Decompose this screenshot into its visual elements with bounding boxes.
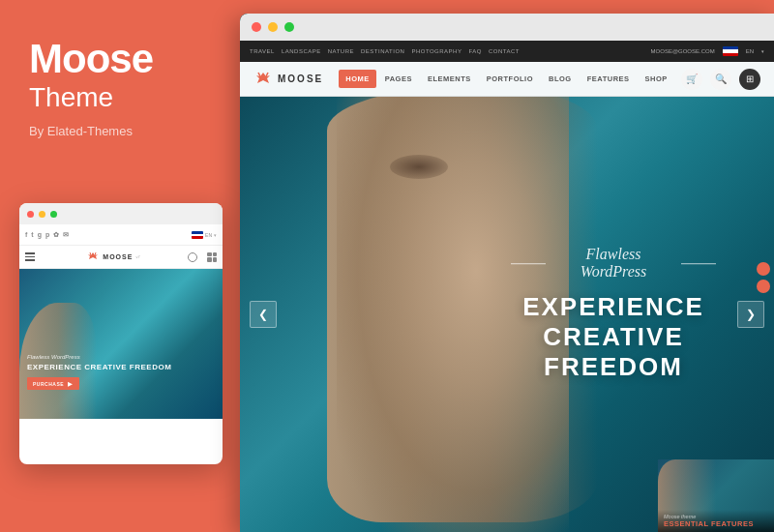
mini-experience-text: EXPERIENCE CREATIVE FREEDOM [27,363,215,372]
hero-accent-dot-top [757,262,770,276]
topnav-lang: EN [746,48,754,54]
left-chevron-icon: ❮ [258,308,268,321]
main-moose-logo-icon [253,70,273,89]
nav-shop[interactable]: SHOP [639,70,674,88]
mini-title-bar [19,203,223,224]
nav-elements[interactable]: ELEMENTS [421,70,478,88]
main-topnav-right: MOOSE@GOOSE.COM EN ▾ [651,46,764,56]
mini-hero: Flawless WordPress EXPERIENCE CREATIVE F… [19,269,223,419]
main-nav-logo-text: MOOSE [278,74,323,84]
main-maximize-dot [284,22,294,32]
mini-flag-lang: EN ▾ [192,231,217,239]
mini-minimize-dot [39,211,45,218]
mini-google-icon: g [38,231,42,238]
essential-features-text: ESSENTIAL FEATURES [664,519,768,528]
mini-lang-chevron: ▾ [214,232,217,238]
mini-preview-window: f t g p ✿ ✉ EN ▾ [19,203,223,464]
mini-logo-text: MOOSE [103,253,133,260]
main-hero: ❮ ❯ Flawless WordPress EXPERIENCE CREATI… [240,97,774,532]
mini-logo-version: v7 [135,254,139,259]
hero-left-arrow[interactable]: ❮ [250,301,277,328]
main-nav-links: HOME PAGES ELEMENTS PORTFOLIO BLOG FEATU… [339,70,675,88]
mini-pinterest-icon: p [45,231,49,238]
nav-portfolio[interactable]: PORTFOLIO [480,70,540,88]
mini-close-dot [27,211,34,218]
main-nav-grid-icon[interactable]: ⊞ [739,69,760,90]
mini-grid-icon[interactable] [207,252,217,262]
nav-features[interactable]: FEATURES [580,70,637,88]
topnav-nature[interactable]: NATURE [328,48,354,54]
mini-arrow-icon: ▶ [68,380,74,387]
hero-right-arrow[interactable]: ❯ [737,301,764,328]
left-panel: Moose Theme By Elated-Themes f t g p ✿ ✉… [0,0,240,532]
main-preview-window: TRAVEL LANDSCAPE NATURE DESTINATION PHOT… [240,14,774,532]
main-experience-text: EXPERIENCE CREATIVE FREEDOM [511,292,716,383]
nav-home[interactable]: HOME [339,70,376,88]
mini-email-icon: ✉ [63,231,69,239]
mini-flawless-text: Flawless WordPress [27,354,215,360]
main-nav-right: 🛒 🔍 ⊞ [681,69,760,90]
main-close-dot [252,22,261,32]
topnav-landscape[interactable]: LANDSCAPE [282,48,321,54]
mini-social-row: f t g p ✿ ✉ [25,231,69,239]
mini-lang-label: EN [205,232,212,238]
essential-features-card: Moose theme ESSENTIAL FEATURES [658,459,774,532]
main-flawless-text: Flawless WordPress [557,246,670,281]
main-eye-shadow [390,155,448,179]
mini-moose-logo-icon [86,251,100,264]
mini-topbar: f t g p ✿ ✉ EN ▾ [19,224,223,246]
essential-card-overlay: Moose theme ESSENTIAL FEATURES [658,510,774,532]
mini-hero-text: Flawless WordPress EXPERIENCE CREATIVE F… [27,354,215,390]
topnav-photography[interactable]: PHOTOGRAPHY [411,48,461,54]
topnav-flag [723,46,738,56]
svg-line-0 [90,252,91,255]
svg-line-3 [266,73,268,76]
brand-subtitle: Theme [29,81,211,114]
svg-line-2 [258,73,260,76]
main-hero-content: Flawless WordPress EXPERIENCE CREATIVE F… [511,246,716,383]
main-minimize-dot [268,22,278,32]
mini-search-icon[interactable] [188,252,197,262]
main-title-bar [240,14,774,41]
topnav-email: MOOSE@GOOSE.COM [651,48,715,54]
topnav-destination[interactable]: DESTINATION [361,48,404,54]
topnav-lang-chevron: ▾ [761,48,764,54]
main-left-dash [511,263,546,264]
mini-navbar: MOOSE v7 [19,246,223,269]
mini-purchase-label: PURCHASE [33,381,64,387]
nav-blog[interactable]: BLOG [542,70,579,88]
topnav-contact[interactable]: CONTACT [489,48,520,54]
mini-flag-image [192,231,203,239]
main-top-navbar: TRAVEL LANDSCAPE NATURE DESTINATION PHOT… [240,41,774,62]
mini-instagram-icon: ✿ [53,231,59,239]
brand-title: Moose [29,39,211,79]
brand-by: By Elated-Themes [29,124,211,138]
main-flawless-line: Flawless WordPress [511,246,716,281]
mini-hamburger-icon[interactable] [25,252,35,261]
hero-accent-dot-bottom [757,280,770,293]
mini-purchase-button[interactable]: PURCHASE ▶ [27,377,79,390]
topnav-faq[interactable]: FAQ [468,48,482,54]
mini-logo-area: MOOSE v7 [42,251,185,264]
right-chevron-icon: ❯ [746,308,756,321]
main-navbar: MOOSE HOME PAGES ELEMENTS PORTFOLIO BLOG… [240,62,774,97]
main-nav-cart-icon[interactable]: 🛒 [681,69,702,90]
topnav-travel[interactable]: TRAVEL [250,48,275,54]
main-topnav-links: TRAVEL LANDSCAPE NATURE DESTINATION PHOT… [250,48,520,54]
main-nav-logo: MOOSE [253,70,323,89]
svg-line-1 [95,252,96,255]
mini-facebook-icon: f [25,231,27,238]
main-right-dash [681,263,716,264]
mini-maximize-dot [50,211,57,218]
main-nav-search-icon[interactable]: 🔍 [710,69,731,90]
nav-pages[interactable]: PAGES [378,70,419,88]
mini-twitter-icon: t [31,231,33,238]
